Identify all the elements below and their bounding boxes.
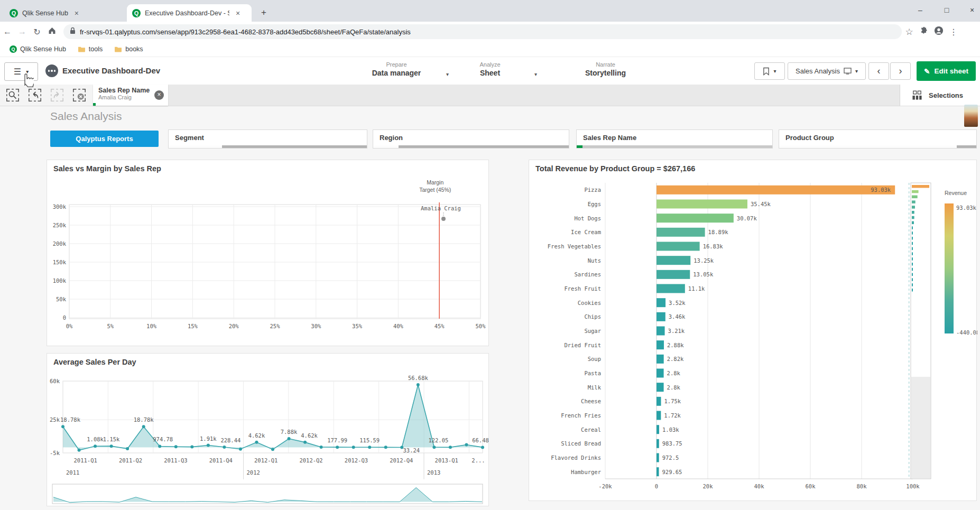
bookmarks-bar: Q Qlik Sense Hub tools books — [0, 42, 980, 57]
sales-vs-margin-scatter-chart[interactable]: 0%5%10%15%20%25%30%35%40%45%50%300k250k2… — [47, 160, 489, 347]
average-sales-per-day-chart[interactable]: 60k25k-5k2011-Q12011-Q22011-Q32011-Q4201… — [47, 354, 489, 507]
bookmarks-button[interactable]: ▾ — [754, 62, 785, 80]
bookmark-tools-folder[interactable]: tools — [73, 45, 107, 53]
close-icon[interactable]: × — [234, 9, 242, 17]
nav-narrate[interactable]: Narrate Storytelling — [559, 60, 652, 84]
svg-text:25%: 25% — [270, 323, 281, 329]
svg-text:4.62k: 4.62k — [301, 432, 318, 439]
filter-segment[interactable]: Segment — [168, 129, 367, 149]
qlik-app-logo — [45, 64, 58, 77]
tab-executive-dashboard[interactable]: Q Executive Dashboard-Dev - Sales × — [127, 4, 252, 22]
scatter-chart-card: Sales vs Margin by Sales Rep 0%5%10%15%2… — [47, 160, 489, 346]
home-icon[interactable] — [44, 26, 59, 37]
svg-text:Pasta: Pasta — [584, 370, 601, 376]
new-tab-button[interactable]: + — [257, 6, 271, 20]
qalyptus-reports-button[interactable]: Qalyptus Reports — [50, 131, 159, 147]
caret-down-icon: ▾ — [534, 71, 537, 77]
caret-down-icon: ▾ — [773, 68, 776, 74]
chart-title: Total Revenue by Product Group = $267,16… — [535, 164, 695, 173]
close-window-button[interactable]: × — [964, 3, 980, 17]
svg-text:228.44: 228.44 — [220, 437, 241, 443]
svg-text:93.03k: 93.03k — [956, 205, 977, 211]
bookmark-qlik-sense-hub[interactable]: Q Qlik Sense Hub — [5, 45, 70, 53]
svg-text:1.08k: 1.08k — [87, 436, 104, 442]
selections-grid-icon — [912, 90, 922, 100]
remove-selection-icon[interactable]: × — [154, 90, 164, 100]
svg-text:20%: 20% — [229, 323, 239, 329]
maximize-button[interactable]: □ — [939, 3, 955, 17]
folder-icon — [114, 46, 122, 52]
qlik-toolbar: ☰ ▾ Executive Dashboard-Dev Prepare Data… — [0, 57, 980, 85]
svg-text:122.05: 122.05 — [428, 437, 448, 443]
svg-text:2011-Q4: 2011-Q4 — [209, 457, 233, 463]
profile-avatar[interactable] — [931, 26, 946, 38]
extensions-puzzle-icon[interactable] — [917, 26, 931, 37]
revenue-by-product-group-chart[interactable]: -20k020k40k60k80k100kPizza93.03kEggs35.4… — [529, 160, 977, 502]
svg-text:-440.08: -440.08 — [956, 329, 977, 336]
filter-product-group[interactable]: Product Group — [779, 129, 977, 149]
bookmark-books-folder[interactable]: books — [110, 45, 147, 53]
smart-search-icon[interactable] — [5, 88, 20, 103]
browser-menu-icon[interactable]: ⋮ — [946, 27, 961, 37]
bookmark-icon — [763, 67, 770, 76]
clear-selections-icon[interactable] — [72, 88, 87, 103]
svg-text:35.45k: 35.45k — [751, 201, 771, 207]
minimize-button[interactable]: – — [912, 3, 928, 17]
step-back-icon[interactable] — [27, 88, 42, 103]
svg-text:40k: 40k — [754, 483, 765, 489]
svg-text:13.25k: 13.25k — [694, 257, 714, 264]
svg-text:5%: 5% — [107, 323, 114, 329]
nav-prepare[interactable]: Prepare Data manager ▾ — [341, 60, 452, 84]
nav-analyze[interactable]: Analyze Sheet ▾ — [440, 60, 540, 84]
svg-text:18.78k: 18.78k — [60, 416, 81, 423]
filter-state-bar — [779, 145, 976, 148]
selections-bar: Sales Rep Name Amalia Craig × Selections — [0, 85, 980, 106]
reload-icon[interactable]: ↻ — [30, 27, 44, 37]
step-forward-icon[interactable] — [50, 88, 64, 103]
selected-indicator — [93, 103, 96, 106]
svg-text:2011: 2011 — [66, 469, 79, 476]
svg-text:2012-Q4: 2012-Q4 — [390, 457, 413, 463]
svg-text:16.83k: 16.83k — [703, 243, 724, 249]
tab-label: Executive Dashboard-Dev - Sales — [145, 10, 229, 17]
close-icon[interactable]: × — [72, 9, 81, 17]
svg-text:Margin: Margin — [427, 179, 443, 186]
url-field[interactable]: fr-srvqs-01.qalyptus.com/sense/app/913c2… — [63, 24, 902, 39]
svg-text:974.78: 974.78 — [153, 436, 173, 442]
svg-text:25k: 25k — [50, 416, 60, 423]
svg-text:20k: 20k — [703, 483, 714, 489]
svg-text:3.21k: 3.21k — [668, 328, 685, 334]
svg-text:Target (45%): Target (45%) — [419, 187, 451, 193]
svg-text:0: 0 — [655, 483, 658, 489]
svg-text:35%: 35% — [352, 323, 363, 329]
svg-text:929.65: 929.65 — [662, 469, 682, 475]
filter-state-bar — [577, 145, 772, 148]
svg-text:-20k: -20k — [598, 483, 612, 489]
svg-text:56.68k: 56.68k — [408, 375, 429, 381]
bookmark-star-icon[interactable]: ☆ — [902, 26, 917, 38]
previous-sheet-button[interactable]: ‹ — [868, 62, 889, 80]
next-sheet-button[interactable]: › — [890, 62, 911, 80]
svg-text:3.46k: 3.46k — [669, 313, 686, 320]
svg-text:1.91k: 1.91k — [200, 435, 217, 442]
selections-panel-toggle[interactable]: Selections — [900, 85, 980, 106]
sheet-selector-button[interactable]: Sales Analysis ▾ — [788, 62, 866, 80]
forward-icon[interactable]: → — [15, 27, 30, 36]
svg-text:66.48: 66.48 — [472, 437, 489, 443]
edit-sheet-button[interactable]: ✎ Edit sheet — [917, 61, 976, 81]
svg-text:0%: 0% — [66, 323, 73, 329]
svg-text:Cookies: Cookies — [578, 300, 601, 306]
lock-icon — [70, 27, 76, 36]
back-icon[interactable]: ← — [0, 27, 15, 36]
svg-text:Revenue: Revenue — [945, 190, 967, 196]
selection-chip-sales-rep[interactable]: Sales Rep Name Amalia Craig × — [93, 85, 168, 106]
filter-region[interactable]: Region — [373, 129, 569, 149]
svg-text:2013: 2013 — [427, 469, 440, 476]
filter-sales-rep-name[interactable]: Sales Rep Name — [576, 129, 773, 149]
svg-text:Chips: Chips — [584, 313, 601, 320]
svg-text:60k: 60k — [806, 483, 816, 489]
tab-qlik-sense-hub[interactable]: Q Qlik Sense Hub × — [4, 4, 126, 22]
svg-text:Hamburger: Hamburger — [571, 469, 601, 475]
svg-text:10%: 10% — [146, 323, 157, 329]
svg-text:4.62k: 4.62k — [248, 432, 265, 439]
